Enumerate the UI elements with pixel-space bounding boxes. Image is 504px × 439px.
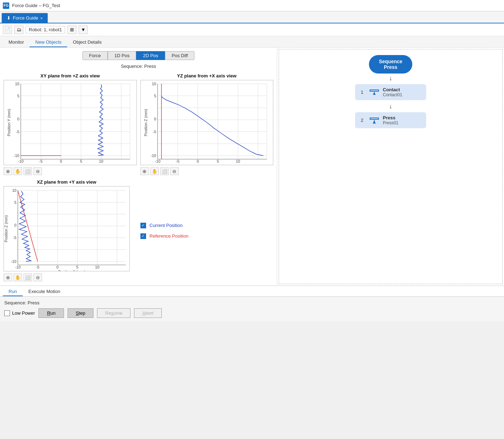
step-card-1[interactable]: 1 Contact Contact01 <box>355 84 426 100</box>
step-card-2[interactable]: 2 Press Press01 <box>355 112 426 128</box>
xz-hand-btn[interactable]: ✋ <box>14 273 22 281</box>
toolbar-new-btn[interactable]: 📄 <box>3 26 12 34</box>
right-panel: SequencePress ↓ 1 Contact Contact01 ↓ 2 <box>279 49 503 284</box>
legend-reference-label: Reference Position <box>150 233 189 239</box>
svg-text:-10: -10 <box>155 159 160 163</box>
svg-text:5: 5 <box>76 265 79 269</box>
abort-button[interactable]: Abort <box>134 308 161 318</box>
yz-hand-btn[interactable]: ✋ <box>150 167 159 175</box>
svg-text:10: 10 <box>12 188 16 193</box>
tab-icon: ⬇ <box>7 15 11 21</box>
toolbar-arrow-btn[interactable]: ▼ <box>79 26 88 34</box>
yz-zoom-out-btn[interactable]: ⊖ <box>170 167 179 175</box>
charts-row-top: XY plane from +Z axis view <box>4 73 273 176</box>
sequence-press-btn[interactable]: SequencePress <box>369 55 412 74</box>
svg-text:10: 10 <box>236 159 240 163</box>
toolbar-config-btn[interactable]: ⊞ <box>67 26 76 34</box>
xz-zoom-in-btn[interactable]: ⊕ <box>4 273 12 281</box>
bottom-tabs: Run Execute Motion <box>0 286 504 297</box>
svg-text:5: 5 <box>14 200 16 205</box>
toolbar: 📄 🗂 Robot: 1, robot1 ⊞ ▼ <box>0 23 504 36</box>
yz-chart-controls: ⊕ ✋ ⬜ ⊖ <box>140 167 274 176</box>
tab-1d-pos[interactable]: 1D Pos <box>108 51 136 60</box>
svg-text:0: 0 <box>154 117 156 121</box>
xz-zoom-out-btn[interactable]: ⊖ <box>33 273 42 281</box>
tab-bar: ⬇ Force Guide × <box>0 11 504 23</box>
bottom-controls: Sequence: Press Low Power Run Step Resum… <box>0 297 504 321</box>
yz-chart-svg: 10 5 0 -5 -10 -10 -5 0 5 10 Position Z (… <box>141 80 273 165</box>
step-2-name: Press01 <box>383 120 398 125</box>
window-title: Force Guide – FG_Test <box>12 3 60 8</box>
step-number-1: 1 <box>361 90 366 95</box>
svg-text:10: 10 <box>152 82 156 86</box>
yz-chart-box: 10 5 0 -5 -10 -10 -5 0 5 10 Position Z (… <box>140 80 274 165</box>
xy-chart-container: XY plane from +Z axis view <box>4 73 137 176</box>
svg-text:-5: -5 <box>36 265 39 269</box>
app-icon: FG <box>3 2 9 9</box>
svg-text:0: 0 <box>57 265 59 269</box>
tab-force[interactable]: Force <box>82 51 108 60</box>
tab-pos-diff[interactable]: Pos Diff <box>165 51 194 60</box>
svg-rect-86 <box>370 90 379 91</box>
press-icon <box>369 116 379 124</box>
toolbar-open-btn[interactable]: 🗂 <box>14 26 23 34</box>
step-button[interactable]: Step <box>68 308 93 318</box>
step-1-name: Contact01 <box>383 92 402 97</box>
svg-text:5: 5 <box>154 94 156 98</box>
xz-chart-title: XZ plane from +Y axis view <box>4 179 130 185</box>
xy-chart-controls: ⊕ ✋ ⬜ ⊖ <box>4 167 137 176</box>
bottom-bar: Run Execute Motion Sequence: Press Low P… <box>0 286 504 321</box>
step-1-type: Contact <box>383 87 402 92</box>
legend-reference-position: ✓ Reference Position <box>140 233 267 239</box>
svg-text:-10: -10 <box>18 159 24 163</box>
svg-text:5: 5 <box>216 159 219 163</box>
svg-text:-10: -10 <box>11 259 17 264</box>
xy-chart-box: 10 5 0 -5 -10 -10 -5 0 5 10 Position Y (… <box>4 80 137 165</box>
xz-frame-btn[interactable]: ⬜ <box>23 273 32 281</box>
bottom-tab-execute-motion[interactable]: Execute Motion <box>23 287 66 296</box>
tab-label: Force Guide <box>13 15 38 21</box>
yz-chart-title: YZ plane from +X axis view <box>140 73 274 78</box>
tab-2d-pos[interactable]: 2D Pos <box>136 51 165 60</box>
step-2-type: Press <box>383 115 398 120</box>
nav-object-details[interactable]: Object Details <box>67 38 107 47</box>
xz-chart-box: 10 5 0 -5 -10 -10 -5 0 5 10 Position Z (… <box>4 186 130 271</box>
yz-zoom-in-btn[interactable]: ⊕ <box>140 167 149 175</box>
charts-row-bottom: XZ plane from +Y axis view <box>4 179 273 282</box>
legend-current-label: Current Position <box>150 223 183 228</box>
reference-position-checkbox[interactable]: ✓ <box>140 233 146 239</box>
svg-text:5: 5 <box>80 159 82 163</box>
svg-text:Position X (mm): Position X (mm) <box>61 164 89 165</box>
svg-text:-10: -10 <box>15 265 21 269</box>
svg-text:Position Y (mm): Position Y (mm) <box>198 164 226 165</box>
run-buttons-row: Low Power Run Step Resume Abort <box>4 308 500 318</box>
svg-text:0: 0 <box>60 159 62 163</box>
svg-text:-10: -10 <box>150 153 156 158</box>
content-area: Force 1D Pos 2D Pos Pos Diff Sequence: P… <box>0 48 504 286</box>
svg-text:0: 0 <box>197 159 199 163</box>
step-1-info: Contact Contact01 <box>383 87 402 97</box>
run-button[interactable]: Run <box>38 308 64 318</box>
nav-new-objects[interactable]: New Objects <box>30 38 67 47</box>
xy-hand-btn[interactable]: ✋ <box>14 167 22 175</box>
svg-text:-5: -5 <box>152 130 156 134</box>
current-position-checkbox[interactable]: ✓ <box>140 223 146 228</box>
yz-chart-container: YZ plane from +X axis view <box>140 73 274 176</box>
left-panel: Force 1D Pos 2D Pos Pos Diff Sequence: P… <box>0 48 277 286</box>
xy-frame-btn[interactable]: ⬜ <box>23 167 32 175</box>
svg-text:-5: -5 <box>13 235 17 240</box>
svg-text:Position X (mm): Position X (mm) <box>58 270 86 271</box>
svg-text:0: 0 <box>14 223 16 227</box>
force-guide-tab[interactable]: ⬇ Force Guide × <box>1 13 48 23</box>
svg-text:Position Z (mm): Position Z (mm) <box>4 215 8 242</box>
yz-frame-btn[interactable]: ⬜ <box>160 167 169 175</box>
xy-zoom-in-btn[interactable]: ⊕ <box>4 167 12 175</box>
xy-zoom-out-btn[interactable]: ⊖ <box>33 167 42 175</box>
resume-button[interactable]: Resume <box>97 308 130 318</box>
tab-close-btn[interactable]: × <box>41 16 43 20</box>
low-power-checkbox[interactable] <box>4 310 10 316</box>
nav-monitor[interactable]: Monitor <box>3 38 30 47</box>
step-2-info: Press Press01 <box>383 115 398 125</box>
xy-chart-title: XY plane from +Z axis view <box>4 73 137 78</box>
bottom-tab-run[interactable]: Run <box>3 287 23 296</box>
